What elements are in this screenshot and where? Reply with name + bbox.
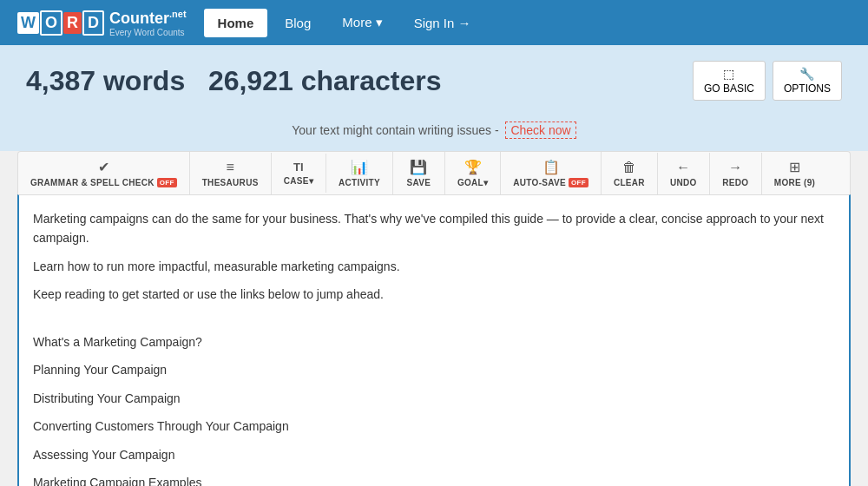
goal-label: GOAL▾ (457, 178, 488, 187)
go-basic-button[interactable]: ⬚ GO BASIC (693, 61, 766, 101)
site-header: W O R D Counter.net Every Word Counts Ho… (0, 0, 868, 45)
editor-toc-5: Assessing Your Campaign (33, 445, 835, 464)
editor-para-1: Learn how to run more impactful, measura… (33, 257, 835, 276)
chars-label: characters (301, 65, 442, 96)
editor-toc-3: Distributing Your Campaign (33, 389, 835, 408)
undo-icon: ← (676, 160, 690, 175)
editor-toc-4: Converting Customers Through Your Campai… (33, 417, 835, 436)
words-label: words (103, 65, 185, 96)
text-editor[interactable]: Marketing campaigns can do the same for … (17, 194, 851, 486)
toolbar-goal[interactable]: 🏆 GOAL▾ (445, 152, 501, 194)
activity-icon: 📊 (351, 159, 368, 175)
save-label: SAVE (407, 178, 431, 187)
editor-para-2: Keep reading to get started or use the l… (33, 285, 835, 304)
thesaurus-icon: ≡ (227, 160, 234, 175)
options-label: OPTIONS (784, 82, 831, 95)
logo-o: O (40, 10, 62, 36)
editor-para-0: Marketing campaigns can do the same for … (33, 209, 835, 248)
editor-toc-1: What's a Marketing Campaign? (33, 332, 835, 351)
undo-label: UNDO (670, 178, 697, 187)
word-count: 4,387 (26, 65, 95, 96)
grammar-icon: ✔ (98, 159, 109, 175)
toolbar: ✔ GRAMMAR & SPELL CHECK OFF ≡ THESAURUS … (17, 151, 851, 194)
logo-counter-text: Counter (109, 10, 169, 27)
toolbar-activity[interactable]: 📊 ACTIVITY (326, 152, 393, 194)
goal-icon: 🏆 (464, 159, 482, 175)
logo-d: D (82, 10, 104, 36)
logo-text: Counter.net Every Word Counts (109, 9, 187, 37)
stats-count: 4,387 words 26,921 characters (26, 65, 442, 97)
activity-label: ACTIVITY (339, 178, 380, 187)
go-basic-icon: ⬚ (723, 67, 734, 81)
check-text: Your text might contain writing issues - (292, 123, 498, 137)
editor-toc-2: Planning Your Campaign (33, 360, 835, 379)
logo-letters: W O R D (17, 10, 104, 36)
autosave-icon: 📋 (542, 159, 560, 175)
logo-net: .net (169, 9, 187, 19)
logo-w: W (17, 12, 39, 34)
check-bar: Your text might contain writing issues -… (0, 116, 868, 151)
autosave-label: AUTO-SAVE OFF (513, 178, 589, 187)
toolbar-redo[interactable]: → REDO (710, 153, 762, 194)
case-label: CASE▾ (284, 176, 313, 186)
clear-label: CLEAR (614, 178, 645, 187)
toolbar-autosave[interactable]: 📋 AUTO-SAVE OFF (501, 152, 602, 194)
toolbar-more[interactable]: ⊞ MORE (9) (762, 152, 827, 194)
toolbar-clear[interactable]: 🗑 CLEAR (602, 153, 658, 194)
nav-more[interactable]: More ▾ (328, 8, 396, 37)
logo-tagline: Every Word Counts (109, 28, 187, 37)
options-button[interactable]: 🔧 OPTIONS (773, 61, 842, 101)
toolbar-case[interactable]: TI CASE▾ (272, 154, 326, 193)
char-count: 26,921 (208, 65, 293, 96)
nav-blog[interactable]: Blog (271, 9, 325, 37)
grammar-badge: OFF (157, 178, 177, 187)
nav-signin[interactable]: Sign In → (400, 9, 485, 37)
go-basic-label: GO BASIC (704, 82, 754, 95)
logo[interactable]: W O R D Counter.net Every Word Counts (17, 9, 187, 37)
toolbar-grammar[interactable]: ✔ GRAMMAR & SPELL CHECK OFF (18, 152, 190, 194)
check-now-link[interactable]: Check now (505, 122, 575, 139)
redo-icon: → (728, 160, 742, 175)
more-icon: ⊞ (789, 159, 800, 175)
autosave-badge: OFF (569, 178, 589, 187)
more-label: MORE (9) (774, 178, 815, 187)
stats-bar: 4,387 words 26,921 characters ⬚ GO BASIC… (0, 45, 868, 116)
case-icon: TI (293, 161, 304, 174)
toolbar-save[interactable]: 💾 SAVE (393, 152, 445, 194)
stats-actions: ⬚ GO BASIC 🔧 OPTIONS (693, 61, 842, 101)
options-icon: 🔧 (799, 67, 814, 81)
logo-counter: Counter.net (109, 10, 187, 27)
redo-label: REDO (722, 178, 748, 187)
clear-icon: 🗑 (622, 160, 636, 175)
main-nav: Home Blog More ▾ Sign In → (204, 8, 485, 37)
toolbar-undo[interactable]: ← UNDO (658, 153, 710, 194)
logo-r: R (63, 12, 82, 34)
nav-home[interactable]: Home (204, 9, 268, 37)
thesaurus-label: THESAURUS (202, 178, 259, 187)
toolbar-thesaurus[interactable]: ≡ THESAURUS (190, 153, 272, 194)
save-icon: 💾 (410, 159, 427, 175)
grammar-label: GRAMMAR & SPELL CHECK OFF (30, 178, 177, 187)
editor-toc-6: Marketing Campaign Examples (33, 473, 835, 486)
